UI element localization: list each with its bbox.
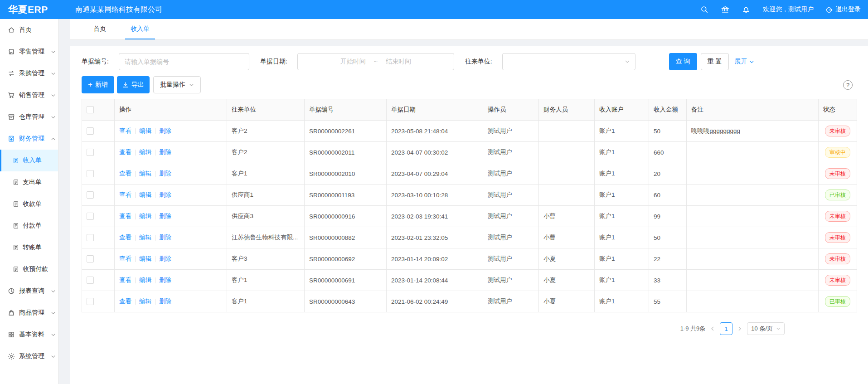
bank-icon[interactable]: [721, 5, 729, 14]
row-checkbox[interactable]: [87, 191, 94, 199]
status-badge: 未审核: [825, 126, 850, 136]
status-cell: 未审核: [819, 248, 857, 270]
batch-label: 批量操作: [160, 81, 185, 89]
edit-link[interactable]: 编辑: [139, 255, 151, 263]
delete-link[interactable]: 删除: [159, 233, 171, 242]
sidebar-item-finance[interactable]: 财务管理: [0, 128, 58, 150]
delete-link[interactable]: 删除: [159, 148, 171, 156]
sidebar-item-retail[interactable]: 零售管理: [0, 41, 58, 63]
status-cell: 未审核: [819, 206, 857, 227]
page-size-select[interactable]: 10 条/页: [747, 322, 785, 335]
row-checkbox[interactable]: [87, 255, 94, 262]
row-checkbox[interactable]: [87, 234, 94, 241]
sidebar-item-warehouse[interactable]: 仓库管理: [0, 106, 58, 128]
amount-cell: 60: [649, 185, 687, 206]
reset-button[interactable]: 重 置: [701, 53, 729, 70]
delete-link[interactable]: 删除: [159, 297, 171, 306]
edit-link[interactable]: 编辑: [139, 297, 151, 306]
sidebar-subitem-label: 收预付款: [23, 265, 48, 273]
sidebar-item-system[interactable]: 系统管理: [0, 345, 58, 367]
sidebar-subitem-expense[interactable]: 支出单: [0, 171, 58, 193]
view-link[interactable]: 查看: [119, 212, 131, 220]
search-icon[interactable]: [700, 5, 708, 14]
row-checkbox[interactable]: [87, 127, 94, 135]
delete-link[interactable]: 删除: [159, 276, 171, 284]
tab-home[interactable]: 首页: [88, 19, 112, 39]
link-separator: [155, 299, 155, 305]
sidebar-item-report[interactable]: 报表查询: [0, 280, 58, 302]
finance-staff-cell: 小曹: [539, 227, 595, 248]
row-checkbox[interactable]: [87, 277, 94, 284]
help-icon[interactable]: ?: [843, 80, 853, 90]
edit-link[interactable]: 编辑: [139, 191, 151, 199]
delete-link[interactable]: 删除: [159, 191, 171, 199]
bell-icon[interactable]: [742, 5, 750, 14]
view-link[interactable]: 查看: [119, 297, 131, 306]
sidebar-item-label: 商品管理: [19, 309, 44, 317]
finance-staff-cell: [539, 185, 595, 206]
edit-link[interactable]: 编辑: [139, 233, 151, 242]
export-button[interactable]: 导出: [117, 76, 150, 93]
sidebar-subitem-income[interactable]: 收入单: [0, 150, 58, 171]
sidebar-subitem-label: 转账单: [23, 243, 42, 252]
date-end-placeholder: 结束时间: [386, 58, 411, 66]
delete-link[interactable]: 删除: [159, 127, 171, 135]
download-icon: [122, 82, 129, 88]
checkbox-cell: [82, 142, 115, 163]
date-range-picker[interactable]: 开始时间 ~ 结束时间: [297, 53, 454, 70]
operator-cell: 测试用户: [483, 227, 539, 248]
view-link[interactable]: 查看: [119, 276, 131, 284]
logout-button[interactable]: 退出登录: [825, 5, 861, 14]
app-logo[interactable]: 华夏ERP: [0, 3, 58, 16]
edit-link[interactable]: 编辑: [139, 148, 151, 156]
page-1-button[interactable]: 1: [720, 322, 732, 335]
next-page-button[interactable]: [737, 326, 742, 331]
row-checkbox[interactable]: [87, 170, 94, 177]
sidebar-item-basic[interactable]: 基本资料: [0, 324, 58, 345]
add-button[interactable]: + 新增: [82, 76, 114, 93]
tab-income[interactable]: 收入单: [125, 19, 155, 39]
sidebar-subitem-advance[interactable]: 收预付款: [0, 258, 58, 280]
batch-menu-button[interactable]: 批量操作: [153, 76, 201, 93]
row-checkbox[interactable]: [87, 149, 94, 156]
view-link[interactable]: 查看: [119, 255, 131, 263]
view-link[interactable]: 查看: [119, 148, 131, 156]
view-link[interactable]: 查看: [119, 127, 131, 135]
edit-link[interactable]: 编辑: [139, 127, 151, 135]
account-cell: 账户1: [595, 121, 649, 142]
sidebar-subitem-transfer[interactable]: 转账单: [0, 237, 58, 258]
bill-number-input[interactable]: [119, 53, 249, 70]
partner-select[interactable]: [502, 53, 635, 70]
edit-link[interactable]: 编辑: [139, 170, 151, 178]
chevron-down-icon: [51, 354, 56, 359]
sidebar-item-purchase[interactable]: 采购管理: [0, 63, 58, 84]
partner-cell: 客户1: [227, 270, 305, 291]
edit-link[interactable]: 编辑: [139, 212, 151, 220]
export-label: 导出: [131, 81, 144, 89]
sidebar-item-home[interactable]: 首页: [0, 19, 58, 41]
sidebar-item-sales[interactable]: 销售管理: [0, 84, 58, 106]
content-panel: 单据编号: 单据日期: 开始时间 ~ 结束时间 往来单位: 查 询 重 置: [70, 46, 868, 384]
logout-icon: [825, 6, 833, 13]
delete-link[interactable]: 删除: [159, 255, 171, 263]
sidebar-subitem-label: 支出单: [23, 178, 42, 186]
view-link[interactable]: 查看: [119, 233, 131, 242]
expand-toggle[interactable]: 展开: [735, 58, 754, 66]
delete-link[interactable]: 删除: [159, 170, 171, 178]
view-link[interactable]: 查看: [119, 191, 131, 199]
view-link[interactable]: 查看: [119, 170, 131, 178]
sidebar-subitem-payment[interactable]: 付款单: [0, 215, 58, 237]
edit-link[interactable]: 编辑: [139, 276, 151, 284]
sidebar-subitem-receipt[interactable]: 收款单: [0, 193, 58, 215]
date-cell: 2021-06-02 00:24:49: [387, 291, 483, 312]
row-checkbox[interactable]: [87, 213, 94, 220]
search-button[interactable]: 查 询: [669, 53, 697, 70]
sidebar-item-goods[interactable]: 商品管理: [0, 302, 58, 324]
delete-link[interactable]: 删除: [159, 212, 171, 220]
doc-icon: [13, 179, 19, 185]
table-row: 查看编辑删除客户1SR000000006432021-06-02 00:24:4…: [82, 291, 857, 312]
column-header-finance: 财务人员: [539, 99, 595, 121]
row-checkbox[interactable]: [87, 298, 94, 305]
prev-page-button[interactable]: [710, 326, 715, 331]
select-all-checkbox[interactable]: [87, 106, 94, 113]
